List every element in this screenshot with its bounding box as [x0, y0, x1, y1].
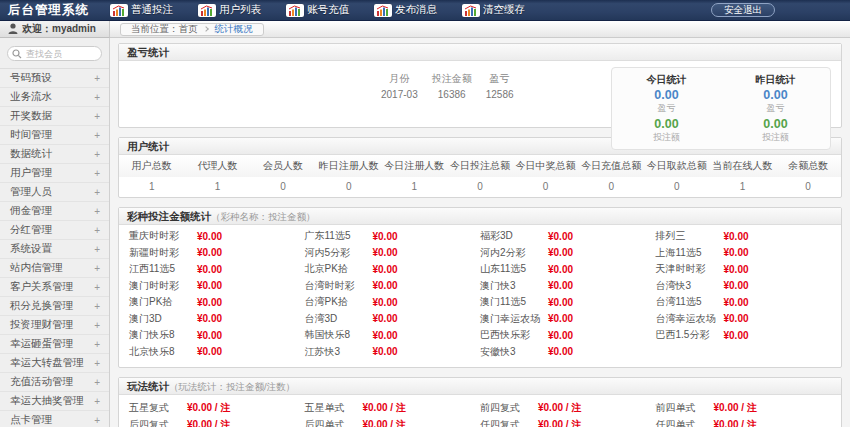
playtype-name: 五星复式 — [129, 401, 187, 415]
lottery-bet-amount: ¥0.00 — [197, 280, 222, 291]
sidebar-menu-item[interactable]: 数据统计 + — [0, 145, 109, 164]
sidebar-menu-item[interactable]: 佣金管理 + — [0, 202, 109, 221]
sidebar-menu-item[interactable]: 管理人员 + — [0, 183, 109, 202]
user-stats-header-cell: 今日中奖总额 — [513, 155, 579, 177]
breadcrumb: 当前位置： 首页 统计概况 — [120, 23, 264, 36]
sidebar-menu-item[interactable]: 点卡管理 + — [0, 411, 109, 427]
sidebar-menu-item[interactable]: 站内信管理 + — [0, 259, 109, 278]
lottery-bet-amount: ¥0.00 — [548, 231, 573, 242]
lottery-stat-cell: 台湾幸运农场 ¥0.00 — [656, 311, 832, 328]
stat-bet-value: 0.00 — [756, 117, 796, 131]
profit-panel-title: 盈亏统计 — [127, 46, 169, 58]
lottery-name: 新疆时时彩 — [129, 246, 197, 260]
user-stats-value-cell: 0 — [513, 177, 579, 197]
sidebar-menu-item-label: 佣金管理 — [10, 204, 52, 218]
sidebar-menu-item[interactable]: 时间管理 + — [0, 126, 109, 145]
expand-plus-icon: + — [94, 111, 100, 122]
lottery-stat-cell: 台湾3D ¥0.00 — [305, 311, 481, 328]
top-nav-bar: 后台管理系统 普通投注 — [0, 0, 850, 21]
breadcrumb-home-link[interactable]: 首页 — [179, 23, 198, 36]
lottery-name: 北京PK拾 — [305, 262, 373, 276]
lottery-stat-cell: 广东11选5 ¥0.00 — [305, 228, 481, 245]
top-nav-item[interactable]: 账号充值 — [286, 3, 349, 17]
lottery-stat-cell: 河内5分彩 ¥0.00 — [305, 245, 481, 262]
playtype-bet-amount: ¥0.00 / 注 — [714, 401, 757, 415]
lottery-bet-amount: ¥0.00 — [548, 346, 573, 357]
user-stats-header-cell: 用户总数 — [119, 155, 185, 177]
expand-plus-icon: + — [94, 396, 100, 407]
lottery-stat-cell: 澳门快3 ¥0.00 — [480, 278, 656, 295]
sidebar-menu-item[interactable]: 幸运大抽奖管理 + — [0, 392, 109, 411]
playtype-name: 后四复式 — [129, 418, 187, 427]
lottery-name: 台湾时时彩 — [305, 279, 373, 293]
lottery-name: 北京快乐8 — [129, 345, 197, 359]
playtype-bet-amount: ¥0.00 / 注 — [538, 401, 581, 415]
logout-button[interactable]: 安全退出 — [711, 3, 775, 17]
top-nav-item[interactable]: 用户列表 — [198, 3, 261, 17]
user-stats-value-cell: 1 — [119, 177, 185, 197]
playtype-name: 五星单式 — [305, 401, 363, 415]
user-stats-value-row: 11001000010 — [119, 177, 841, 197]
breadcrumb-bar: 当前位置： 首页 统计概况 — [110, 21, 850, 38]
sidebar-menu-item[interactable]: 幸运砸蛋管理 + — [0, 335, 109, 354]
sidebar-menu-item-label: 客户关系管理 — [10, 280, 73, 294]
breadcrumb-current[interactable]: 统计概况 — [215, 23, 253, 36]
lottery-stats-panel: 彩种投注金额统计（彩种名称：投注金额） 重庆时时彩 ¥0.00 广东11选5 ¥… — [118, 207, 842, 368]
lottery-name: 河内5分彩 — [305, 246, 373, 260]
lottery-bet-amount: ¥0.00 — [197, 330, 222, 341]
playtype-stat-cell: 五星单式 ¥0.00 / 注 — [305, 399, 481, 416]
sidebar-menu-item-label: 数据统计 — [10, 147, 52, 161]
sidebar-menu-item[interactable]: 幸运大转盘管理 + — [0, 354, 109, 373]
sidebar-menu-item[interactable]: 系统设置 + — [0, 240, 109, 259]
playtype-bet-amount: ¥0.00 / 注 — [714, 418, 757, 427]
main-layout: 号码预设 + 业务流水 + 开奖数据 + 时间管理 — [0, 38, 850, 427]
lottery-stat-cell: 北京PK拾 ¥0.00 — [305, 261, 481, 278]
lottery-name: 上海11选5 — [656, 246, 724, 260]
lottery-name: 江西11选5 — [129, 262, 197, 276]
profit-stats-panel: 盈亏统计 月份 投注金额 盈亏 2017-03 16386 12586 — [118, 43, 842, 128]
sidebar-menu-item[interactable]: 业务流水 + — [0, 88, 109, 107]
user-stats-value-cell: 0 — [447, 177, 513, 197]
sidebar-menu-item[interactable]: 分红管理 + — [0, 221, 109, 240]
sidebar-menu-item[interactable]: 开奖数据 + — [0, 107, 109, 126]
sidebar-menu-item-label: 积分兑换管理 — [10, 299, 73, 313]
expand-plus-icon: + — [94, 168, 100, 179]
lottery-bet-amount: ¥0.00 — [724, 330, 749, 341]
expand-plus-icon: + — [94, 206, 100, 217]
lottery-stat-cell: 澳门PK拾 ¥0.00 — [129, 294, 305, 311]
expand-plus-icon: + — [94, 92, 100, 103]
top-nav-item[interactable]: 清空缓存 — [462, 3, 525, 17]
user-stats-value-cell: 0 — [775, 177, 841, 197]
sidebar-menu-item[interactable]: 投资理财管理 + — [0, 316, 109, 335]
playtype-bet-amount: ¥0.00 / 注 — [187, 401, 230, 415]
sidebar-menu-item[interactable]: 客户关系管理 + — [0, 278, 109, 297]
sidebar-menu-item[interactable]: 用户管理 + — [0, 164, 109, 183]
sidebar-menu-item-label: 幸运大转盘管理 — [10, 356, 84, 370]
lottery-name: 澳门快3 — [480, 279, 548, 293]
lottery-bet-amount: ¥0.00 — [197, 231, 222, 242]
lottery-name: 澳门PK拾 — [129, 295, 197, 309]
col-bet-amount: 投注金额 — [425, 71, 479, 87]
playtype-name: 前四复式 — [480, 401, 538, 415]
stat-profit-value: 0.00 — [647, 88, 687, 102]
sub-bar: 欢迎：myadmin 当前位置： 首页 统计概况 — [0, 21, 850, 38]
lottery-bet-amount: ¥0.00 — [724, 247, 749, 258]
top-nav-item[interactable]: 发布消息 — [374, 3, 437, 17]
expand-plus-icon: + — [94, 320, 100, 331]
lottery-name: 澳门时时彩 — [129, 279, 197, 293]
user-stats-value-cell: 0 — [578, 177, 644, 197]
lottery-bet-amount: ¥0.00 — [197, 297, 222, 308]
stat-profit-value: 0.00 — [756, 88, 796, 102]
stat-profit-label: 盈亏 — [756, 102, 796, 115]
lottery-name: 台湾幸运农场 — [656, 312, 724, 326]
sidebar-menu-item[interactable]: 号码预设 + — [0, 69, 109, 88]
sidebar-menu-item[interactable]: 充值活动管理 + — [0, 373, 109, 392]
top-nav-item[interactable]: 普通投注 — [110, 3, 173, 17]
lottery-name: 福彩3D — [480, 229, 548, 243]
month-value: 2017-03 — [374, 87, 425, 102]
bet-amount-value: 16386 — [425, 87, 479, 102]
sidebar-menu-item[interactable]: 积分兑换管理 + — [0, 297, 109, 316]
lottery-bet-amount: ¥0.00 — [548, 264, 573, 275]
col-month: 月份 — [374, 71, 425, 87]
expand-plus-icon: + — [94, 358, 100, 369]
